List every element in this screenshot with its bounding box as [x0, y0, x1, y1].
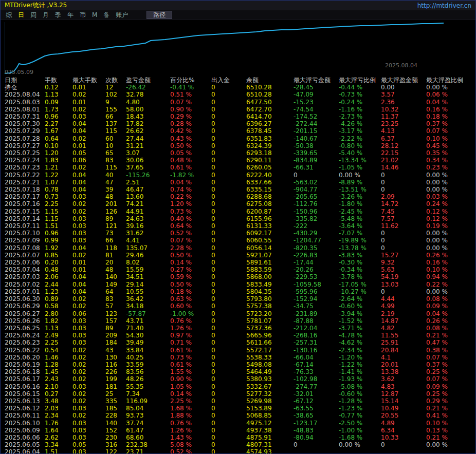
table-cell: 0.09 % — [426, 302, 476, 310]
table-cell: 5868.00 — [246, 273, 294, 280]
table-cell: 6472.70 — [246, 106, 294, 113]
table-cell: -4.78 % — [339, 332, 381, 339]
table-row: 2025.08.011.730.0215558.000.90 %06472.70… — [1, 106, 476, 113]
table-cell: 0.02 — [72, 252, 105, 259]
table-cell: 0.03 — [72, 113, 105, 120]
table-cell: 34.18 — [126, 302, 170, 310]
table-cell: 0 — [211, 135, 246, 142]
menu-item-周[interactable]: 周 — [27, 11, 40, 20]
menu-item-日[interactable]: 日 — [15, 11, 27, 20]
table-cell: 0.12 % — [426, 208, 476, 215]
table-cell: 226 — [105, 368, 126, 375]
table-cell: 0.02 — [72, 200, 105, 207]
table-cell: -0.41 % — [170, 84, 211, 91]
table-cell: 7.57 — [381, 215, 426, 222]
table-row: 2025.07.111.510.0312139.160.64 %06131.33… — [1, 222, 476, 230]
table-cell: 0.13 % — [426, 427, 476, 434]
table-cell: 0 — [211, 398, 246, 405]
table-cell: 0 — [211, 281, 246, 288]
table-cell: -112.76 — [294, 200, 339, 207]
table-cell: -130.16 — [294, 347, 339, 354]
table-cell: 0.00 % — [426, 172, 476, 179]
table-cell: 29.14 — [126, 281, 170, 288]
table-cell: 0 — [211, 354, 246, 361]
table-cell: 2.51 — [126, 179, 170, 186]
table-cell: 25 — [105, 390, 126, 398]
table-cell: 0.02 — [72, 302, 105, 310]
table-cell: 15.14 — [381, 398, 426, 405]
table-cell: 0 — [211, 325, 246, 332]
table-cell: -904.77 — [294, 186, 339, 193]
table-cell: 0 — [211, 405, 246, 412]
table-cell: 0 — [211, 339, 246, 346]
table-cell: 2025.06.27 — [1, 310, 45, 317]
table-cell: 5891.61 — [246, 259, 294, 266]
table-cell: 1.67 — [45, 127, 72, 135]
table-cell: 40 — [105, 172, 126, 179]
table-cell: 2.03 — [45, 405, 72, 412]
table-cell: 1.05 % — [170, 383, 211, 390]
table-cell: -2.64 % — [339, 295, 381, 302]
table-cell: 1.13 — [45, 325, 72, 332]
table-cell: -212.04 — [294, 325, 339, 332]
table-cell: 6131.33 — [246, 222, 294, 230]
table-cell: 0.02 — [72, 390, 105, 398]
table-cell: -1.00 % — [170, 310, 211, 317]
table-cell: 0.76 % — [170, 420, 211, 427]
table-cell: -80.94 — [294, 434, 339, 441]
table-cell: 0.26 % — [426, 317, 476, 325]
table-row: 2025.07.180.780.043946.470.74 %06335.15-… — [1, 186, 476, 193]
table-cell: 0 — [211, 106, 246, 113]
table-cell: 0.21 % — [426, 434, 476, 441]
site-link[interactable]: http://mtdriver.cn — [417, 2, 471, 9]
table-cell: 5737.36 — [246, 325, 294, 332]
menu-item-币[interactable]: 币 — [77, 11, 89, 20]
table-row: 2025.06.220.540.024333.840.61 %05572.17-… — [1, 347, 476, 354]
table-cell: -76.33 — [294, 368, 339, 375]
table-cell: 135.07 — [126, 244, 170, 252]
table-row: 2025.06.133.480.02335116.092.25 %05269.9… — [1, 398, 476, 405]
table-cell: 37.65 — [126, 164, 170, 171]
table-cell: 0.02 — [72, 354, 105, 361]
menu-item-账户[interactable]: 账户 — [113, 11, 131, 20]
title-bar: MTDriver统计 ,V3.25 http://mtdriver.cn — [1, 1, 475, 10]
table-cell: 0.27 % — [170, 266, 211, 273]
table-cell: 0.00 % — [426, 84, 476, 91]
table-cell: 1.07 — [45, 179, 72, 186]
menu-item-M[interactable]: M — [89, 11, 100, 18]
table-cell: 0.04 — [72, 288, 105, 295]
table-cell: 0.05 — [72, 441, 105, 448]
table-cell: 123 — [105, 310, 126, 317]
menu-item-年[interactable]: 年 — [64, 11, 77, 20]
table-cell: 0.02 — [72, 208, 105, 215]
table-cell: 2025.06.26 — [1, 317, 45, 325]
table-cell: 5498.08 — [246, 361, 294, 368]
path-button[interactable]: 路径 — [147, 11, 172, 19]
table-cell: -150.96 — [294, 208, 339, 215]
table-cell: 0.27 — [45, 390, 72, 398]
table-cell: -13.78 % — [339, 244, 381, 252]
table-cell: -57.87 — [126, 310, 170, 317]
column-header: 盈亏金额 — [126, 77, 170, 84]
menu-item-综[interactable]: 综 — [3, 11, 15, 20]
menu-item-季[interactable]: 季 — [52, 11, 64, 20]
table-cell: 25.91 — [381, 339, 426, 346]
table-cell: 0.09 — [45, 99, 72, 106]
table-cell: 0.47 % — [426, 339, 476, 346]
menu-item-月[interactable]: 月 — [40, 11, 52, 20]
table-cell: 6337.66 — [246, 179, 294, 186]
table-cell: -140.67 — [294, 135, 339, 142]
table-cell: 0.03 — [72, 434, 105, 441]
table-cell: 5665.96 — [246, 332, 294, 339]
table-cell: 0.42 % — [170, 127, 211, 135]
table-cell: 0.52 % — [170, 448, 211, 454]
table-cell: 48 — [105, 193, 126, 200]
table-cell: 6222.40 — [246, 172, 294, 179]
table-cell: 4875.91 — [246, 434, 294, 441]
table-cell: 0.00 % — [426, 288, 476, 295]
table-cell: 1.43 % — [170, 434, 211, 441]
table-cell: -67.12 — [294, 398, 339, 405]
menu-item-备[interactable]: 备 — [100, 11, 113, 20]
table-cell: 2025.06.12 — [1, 405, 45, 412]
column-header: 最大浮亏比例 — [339, 77, 381, 84]
